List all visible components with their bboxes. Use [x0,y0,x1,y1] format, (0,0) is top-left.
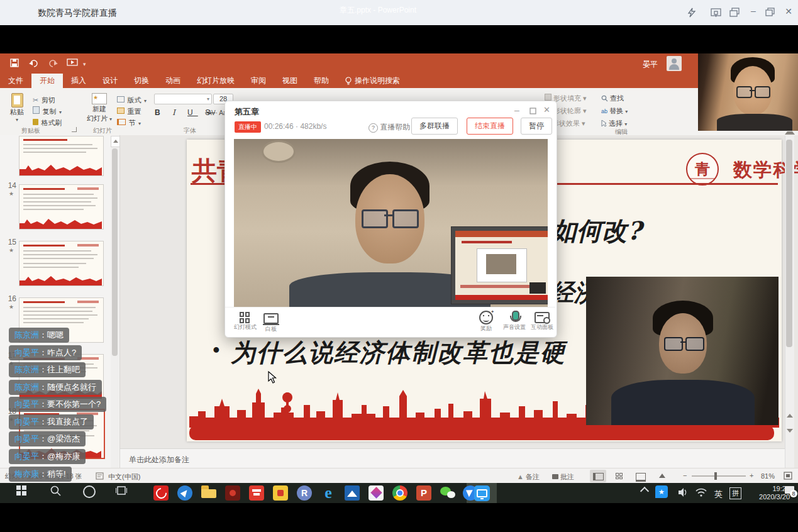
wifi-icon[interactable] [695,488,707,497]
ime-language-indicator[interactable]: 英 [714,489,723,500]
copy-button[interactable]: 复制 ▾ [33,105,62,116]
tab-slideshow[interactable]: 幻灯片放映 [189,74,243,88]
tray-messenger-icon[interactable]: ★ [655,485,668,498]
maximize-icon[interactable] [529,108,536,114]
spellcheck-icon[interactable] [96,472,104,480]
windows-copy-icon[interactable] [729,8,740,18]
r-app-icon[interactable]: R [297,485,312,501]
dark-red-app-icon[interactable] [225,485,240,501]
action-center-icon[interactable]: 8 [785,486,794,494]
red-app-icon[interactable] [249,485,264,501]
tab-help[interactable]: 帮助 [306,74,337,88]
comments-toggle[interactable]: 批注 [552,472,574,482]
zoom-out-button[interactable]: − [683,472,687,479]
minimize-icon[interactable]: – [748,6,758,15]
screen-share-preview[interactable] [451,226,548,304]
task-view-icon[interactable] [116,485,127,496]
tab-design[interactable]: 设计 [94,74,126,88]
find-button[interactable]: 查找 [601,94,624,103]
new-slide-button[interactable]: ★ 新建 幻灯片 ▾ [86,93,113,123]
live-help-link[interactable]: ? 直播帮助 [369,122,410,133]
tab-view[interactable]: 视图 [274,74,306,88]
volume-icon[interactable] [678,487,689,498]
thumbnail-scroll-thumb[interactable] [112,148,118,356]
tab-insert[interactable]: 插入 [63,74,94,88]
normal-view-button[interactable] [590,470,606,482]
edge-icon[interactable]: e [321,485,336,501]
tab-transitions[interactable]: 切换 [126,74,157,88]
slide-thumbnail[interactable] [19,136,104,176]
redo-icon[interactable] [48,58,58,67]
select-button[interactable]: 选择 ▾ [601,119,627,128]
pin-window-icon[interactable] [711,8,722,18]
tab-file[interactable]: 文件 [0,74,31,88]
netease-music-icon[interactable] [153,485,169,501]
reset-button[interactable]: 重置 [117,105,141,116]
restore-icon[interactable] [765,8,775,17]
live-class-app-icon[interactable] [474,485,490,501]
close-icon[interactable]: ✕ [543,105,550,114]
zoom-slider-thumb[interactable] [714,472,717,480]
zoom-in-button[interactable]: + [750,472,753,479]
next-slide-button[interactable] [787,429,793,433]
slide-sorter-view-button[interactable] [611,470,628,482]
language-status[interactable]: 中文(中国) [108,472,140,482]
reading-view-button[interactable] [633,470,649,482]
font-name-combobox[interactable]: ▾ [154,94,212,104]
notes-toggle[interactable]: ▲ 备注 [517,472,540,482]
fit-to-window-icon[interactable] [784,472,792,480]
slideshow-view-button[interactable] [654,470,670,482]
search-icon[interactable] [50,485,62,497]
sound-settings-button[interactable]: 声音设置 [502,311,527,331]
slide-mode-button[interactable]: 幻灯模式 [234,312,257,331]
close-icon[interactable]: ✕ [784,7,794,16]
compass-app-icon[interactable] [177,485,192,501]
powerpoint-icon[interactable]: P [416,485,431,501]
slide-scroll-thumb[interactable] [786,140,792,347]
layout-button[interactable]: 版式 ▾ [117,94,147,105]
thumbnail-scroll-up-button[interactable] [111,136,120,147]
whiteboard-button[interactable]: 白板 [262,312,280,333]
tab-tell-me[interactable]: 操作说明搜索 [337,74,408,88]
undo-icon[interactable] [29,58,39,67]
tab-animations[interactable]: 动画 [157,74,189,88]
lightning-icon[interactable] [687,8,697,18]
gallery-app-icon[interactable] [369,485,384,501]
cortana-icon[interactable] [83,485,96,498]
tab-review[interactable]: 审阅 [243,74,274,88]
previous-slide-button[interactable] [787,414,793,418]
ime-mode-indicator[interactable]: 拼 [729,487,741,499]
slide-bullet3-text: 为什么说经济体制改革也是硬 [231,336,566,370]
minimize-icon[interactable]: – [514,105,519,115]
save-icon[interactable] [10,58,19,67]
tab-home[interactable]: 开始 [31,74,63,88]
wechat-icon[interactable] [440,485,455,501]
slide-thumbnail[interactable] [19,241,104,286]
font-style-buttons[interactable]: B I U S [155,108,215,117]
cut-button[interactable]: ✂ 剪切 [33,94,55,105]
zoom-percentage[interactable]: 81% [761,472,775,480]
start-button[interactable] [16,485,26,496]
multi-group-broadcast-button[interactable]: 多群联播 [411,118,458,135]
section-button[interactable]: 节 ▾ [117,116,141,128]
replace-button[interactable]: ab 替换 ▾ [601,106,628,116]
photos-app-icon[interactable] [345,485,360,501]
zoom-slider-track[interactable] [692,475,746,477]
reward-button[interactable]: ✦ 奖励 [475,311,497,333]
chat-text: 我直接点了 [47,417,88,426]
file-explorer-icon[interactable] [201,485,216,498]
yellow-app-icon[interactable] [273,485,288,501]
clipboard-dialog-launcher[interactable] [72,127,77,132]
notes-pane[interactable]: 单击此处添加备注 [120,448,785,468]
chrome-icon[interactable] [392,485,407,501]
end-live-button[interactable]: 结束直播 [467,118,513,135]
paste-button[interactable]: 粘贴 ▾ [6,93,28,123]
interaction-panel-button[interactable]: 互动面板 [531,311,553,331]
qat-customize-icon[interactable]: ▾ [83,61,86,67]
live-stream-window[interactable]: 第五章 – ✕ 直播中 00:26:46 · 482kb/s ? 直播帮助 多群… [224,101,557,338]
clock[interactable]: 19:28 2020/3/20 [750,485,790,501]
start-slideshow-icon[interactable] [67,58,78,67]
slide-thumbnail[interactable] [19,184,104,230]
pause-button[interactable]: 暂停 [521,118,552,135]
user-avatar[interactable] [667,56,682,71]
